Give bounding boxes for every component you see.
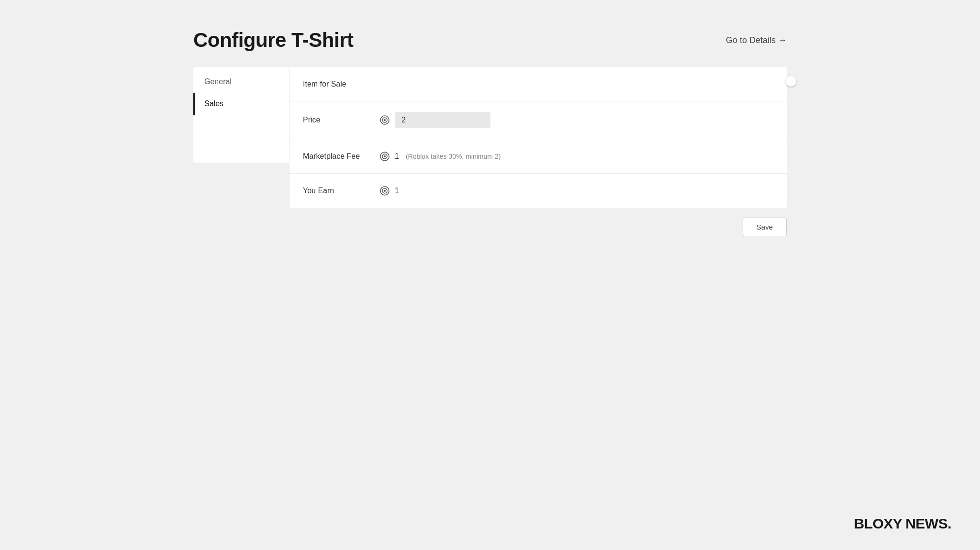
- svg-point-2: [384, 119, 386, 121]
- sidebar-item-general[interactable]: General: [193, 71, 289, 93]
- watermark-line1: BLOXY: [854, 516, 902, 531]
- svg-point-8: [384, 190, 386, 192]
- go-to-details-link[interactable]: Go to Details →: [726, 35, 787, 45]
- page-title: Configure T-Shirt: [193, 29, 353, 52]
- you-earn-row: You Earn 1: [290, 174, 787, 208]
- robux-icon-fee: [379, 151, 390, 162]
- sales-panel: Item for Sale Price: [289, 67, 787, 208]
- you-earn-label: You Earn: [303, 187, 379, 195]
- sidebar: General Sales: [193, 67, 289, 163]
- watermark-line2: NEWS.: [905, 516, 951, 531]
- watermark: BLOXY NEWS.: [854, 517, 951, 531]
- marketplace-fee-label: Marketplace Fee: [303, 152, 379, 161]
- robux-icon-earn: [379, 186, 390, 196]
- price-label: Price: [303, 116, 379, 124]
- item-for-sale-row: Item for Sale: [290, 67, 787, 101]
- price-row: Price: [290, 101, 787, 139]
- robux-icon-price: [379, 115, 390, 125]
- marketplace-fee-row: Marketplace Fee 1 (Roblox takes 30%, min…: [290, 139, 787, 174]
- save-button[interactable]: Save: [743, 218, 787, 236]
- svg-point-5: [384, 155, 386, 157]
- price-input[interactable]: [395, 112, 490, 128]
- marketplace-fee-note: (Roblox takes 30%, minimum 2): [406, 153, 501, 160]
- item-for-sale-label: Item for Sale: [303, 80, 379, 88]
- marketplace-fee-value: 1: [395, 152, 399, 161]
- sidebar-item-sales[interactable]: Sales: [193, 93, 289, 115]
- save-area: Save: [193, 218, 787, 236]
- you-earn-value: 1: [395, 187, 399, 195]
